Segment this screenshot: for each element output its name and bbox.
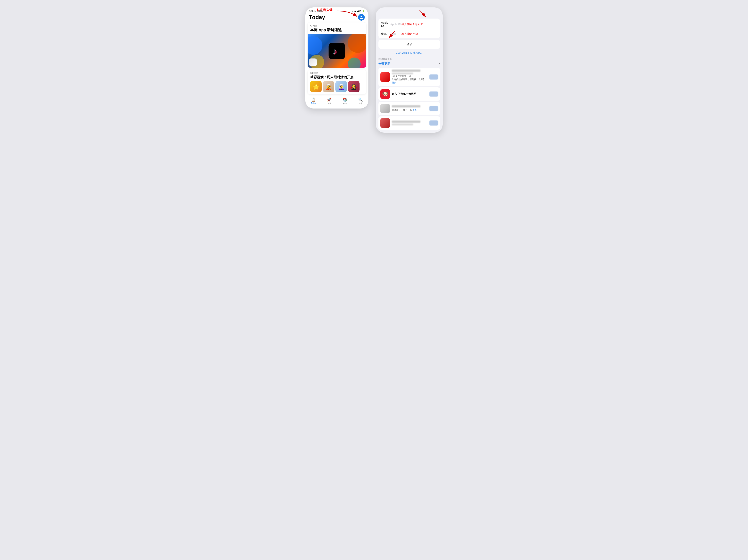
update-btn-2[interactable] — [429, 91, 438, 97]
app-desc-line3: 大师积分，打卡什么 — [392, 109, 412, 111]
update-row-1[interactable]: - 优化产品体验，修 如有问题或建议，请前往【设置】 更多 — [378, 68, 440, 86]
tiktok-logo-svg: ♪ ♪ ♪ — [331, 45, 343, 56]
card1-title: 本周 App 新鲜速递 — [308, 27, 366, 34]
svg-text:♪: ♪ — [333, 47, 337, 56]
status-bar: 4月24日 星期日 ●●● WiFi 🔋 — [305, 7, 369, 13]
nav-apps[interactable]: 📚 App — [343, 97, 347, 105]
app-icon-4-img — [380, 118, 390, 128]
tiktok-app-icon: ♪ ♪ ♪ — [329, 43, 345, 60]
app-info-3: 大师积分，打卡什么 更多 — [392, 105, 427, 112]
nav-search[interactable]: 🔍 搜索 — [358, 97, 363, 105]
update-all-button[interactable]: 全部更新 — [378, 62, 390, 66]
update-row-3[interactable]: 大师积分，打卡什么 更多 — [378, 102, 440, 115]
promo-card[interactable]: 限时特惠 精彩游戏：周末限时活动开启 🌟 🧝 🧝‍♀️ 🧛‍♀️ — [308, 70, 366, 94]
login-button[interactable]: 登录 — [378, 40, 440, 49]
game-icon-1: 🌟 — [310, 81, 322, 92]
update-row-2[interactable]: 🐶 京东-不负每一份热爱 — [378, 87, 440, 101]
app-icon-2: 🐶 — [380, 89, 390, 99]
app-desc-blur-4 — [392, 123, 413, 125]
game-icon-2-img: 🧝 — [325, 84, 332, 90]
nav-search-icon: 🔍 — [358, 97, 363, 102]
signal-icon: ●●● — [352, 10, 356, 12]
game-icon-4-img: 🧛‍♀️ — [351, 84, 357, 90]
nav-games-icon: 🚀 — [327, 97, 331, 102]
update-btn-3[interactable] — [429, 106, 438, 111]
card2-title: 精彩游戏：周末限时活动开启 — [310, 75, 364, 79]
app-name-blur-3 — [392, 105, 420, 108]
app-info-1: - 优化产品体验，修 如有问题或建议，请前往【设置】 更多 — [392, 70, 427, 85]
password-arrow-svg — [380, 29, 402, 39]
app-name-2: 京东-不负每一份热爱 — [392, 92, 427, 96]
card2-label: 限时特惠 — [310, 72, 364, 75]
update-header: 全部更新 7 — [376, 62, 443, 66]
nav-apps-icon: 📚 — [343, 97, 347, 102]
card1-image: ♪ ♪ ♪ — [308, 34, 366, 68]
deco-circle-teal — [348, 57, 360, 68]
password-hint[interactable]: 输入指定密码 — [401, 32, 418, 36]
nav-today[interactable]: 📋 Today — [311, 97, 316, 105]
app-title: Today — [309, 14, 325, 20]
game-icon-3: 🧝‍♀️ — [335, 81, 347, 92]
battery-icon: 🔋 — [362, 10, 365, 12]
update-count: 7 — [438, 62, 440, 66]
card1-label: 时下热门 — [308, 22, 366, 27]
status-date: 4月24日 星期日 — [309, 10, 323, 13]
forgot-link[interactable]: 忘记 Apple ID 或密码? — [376, 50, 443, 56]
user-icon — [359, 15, 364, 19]
right-annotation-arrow — [401, 9, 438, 17]
update-btn-1[interactable] — [429, 74, 438, 79]
left-phone: 4月24日 星期日 ●●● WiFi 🔋 1.点击头像 — [305, 7, 369, 109]
app-icon-3 — [380, 104, 390, 113]
right-arrow-container — [378, 11, 440, 17]
deco-circle-blue — [308, 36, 322, 55]
app-icon-3-img — [380, 104, 390, 113]
app-info-4 — [392, 121, 427, 125]
app-name-blur-1 — [392, 70, 420, 72]
update-list: - 优化产品体验，修 如有问题或建议，请前往【设置】 更多 🐶 京东-不负每一份… — [376, 67, 443, 133]
nav-today-icon: 📋 — [311, 97, 316, 102]
game-icon-2: 🧝 — [323, 81, 334, 92]
app-desc-text-1: - 优化产品体验，修 如有问题或建议，请前往【设置】 更多 — [392, 74, 427, 85]
app-icon-1 — [380, 72, 390, 82]
app-desc-line1: - 优化产品体验，修 — [392, 75, 411, 77]
deco-circle-orange — [348, 34, 366, 53]
game-icon-3-img: 🧝‍♀️ — [338, 84, 345, 90]
appleid-label: Apple ID — [381, 21, 390, 27]
wifi-icon: WiFi — [357, 10, 361, 12]
game-icon-1-img: 🌟 — [312, 84, 320, 90]
app-desc-blur-1 — [392, 72, 413, 74]
right-phone: Apple ID Apple ID 输入指定Apple ID 密码 必填 输入指… — [376, 7, 443, 133]
app-info-2: 京东-不负每一份热爱 — [392, 92, 427, 96]
game-icons-row: 🌟 🧝 🧝‍♀️ 🧛‍♀️ — [310, 81, 364, 92]
update-row-4[interactable] — [378, 116, 440, 130]
nav-today-label: Today — [311, 102, 316, 104]
game-icon-4: 🧛‍♀️ — [348, 81, 359, 92]
jd-icon-img: 🐶 — [382, 91, 389, 97]
bottom-nav: 📋 Today 🚀 游戏 📚 App 🔍 搜索 — [305, 96, 369, 109]
appleid-hint[interactable]: 输入指定Apple ID — [401, 22, 423, 26]
update-btn-4[interactable] — [429, 120, 438, 125]
appleid-row: Apple ID Apple ID 输入指定Apple ID — [378, 19, 440, 30]
app-icon-1-img — [380, 72, 390, 82]
nav-search-label: 搜索 — [359, 102, 363, 105]
app-more-link-1[interactable]: 更多 — [392, 81, 396, 84]
featured-card[interactable]: 时下热门 本周 App 新鲜速递 ♪ ♪ ♪ — [308, 22, 366, 68]
status-icons: ●●● WiFi 🔋 — [352, 10, 365, 12]
nav-games[interactable]: 🚀 游戏 — [327, 97, 331, 105]
appleid-placeholder: Apple ID — [390, 23, 401, 26]
update-section-label: 即将自动更新 — [376, 56, 443, 61]
app-desc-3: 大师积分，打卡什么 更多 — [392, 108, 427, 112]
nav-apps-label: App — [343, 102, 347, 104]
avatar-button[interactable] — [358, 14, 365, 21]
app-header: 1.点击头像 Today — [305, 13, 369, 22]
nav-games-label: 游戏 — [327, 102, 331, 105]
app-more-link-3[interactable]: 更多 — [413, 109, 417, 111]
app-name-blur-4 — [392, 121, 420, 123]
app-icon-4 — [380, 118, 390, 128]
app-desc-line2: 如有问题或建议，请前往【设置】 — [392, 78, 425, 81]
small-app-icon-1 — [309, 59, 317, 66]
